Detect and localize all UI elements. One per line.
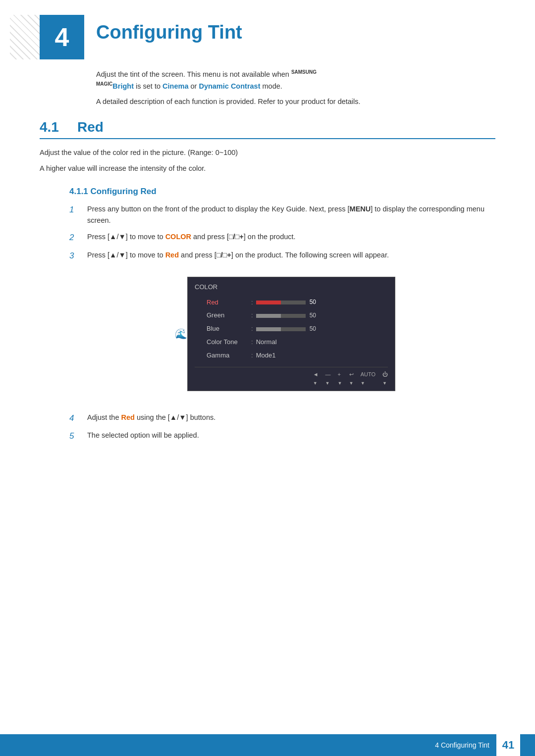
menu-label-blue: Blue [207,324,251,334]
monitor-row-colortone: Color Tone : Normal [207,336,388,349]
monitor-row-gamma: Gamma : Mode1 [207,350,388,362]
enter-key-3: □/□+ [216,251,231,259]
monitor-menu-items: Red : 50 Gr [195,297,388,362]
red-label-step3: Red [165,251,179,259]
monitor-menu-title: COLOR [195,282,388,293]
section-41-header: 4.1 Red [40,119,495,139]
chapter-intro: Adjust the tint of the screen. This menu… [96,68,495,107]
section-41-p2: A higher value will increase the intensi… [40,163,495,175]
step-4-number: 4 [69,411,83,425]
step-3-number: 3 [69,249,83,262]
section-41-body: Adjust the value of the color red in the… [40,147,495,175]
monitor-icon-power: ⏻▼ [382,370,388,388]
menu-key: MENU [350,205,371,213]
step-3: 3 Press [▲/▼] to move to Red and press [… [69,250,495,407]
monitor-icon-auto: AUTO▼ [361,370,375,388]
step-5-number: 5 [69,429,83,443]
step-4: 4 Adjust the Red using the [▲/▼] buttons… [69,412,495,425]
monitor-left-icon: 🌊 [175,326,187,342]
green-bar-bg [256,314,306,318]
chapter-header: 4 Configuring Tint [40,15,495,59]
step-2: 2 Press [▲/▼] to move to COLOR and press… [69,231,495,244]
monitor-row-blue: Blue : 50 [207,323,388,335]
step-1-number: 1 [69,203,83,216]
cinema-label: Cinema [162,82,188,90]
section-41-title: Red [77,119,104,135]
menu-label-colortone: Color Tone [207,337,251,348]
enter-key-2: □/□+ [229,233,244,241]
step-5: 5 The selected option will be applied. [69,430,495,443]
blue-bar-bg [256,327,306,331]
intro-paragraph-2: A detailed description of each function … [96,96,495,107]
red-label-step4: Red [121,413,135,421]
monitor-screenshot: COLOR Red : 50 [187,277,395,391]
monitor-row-green: Green : 50 [207,309,388,322]
menu-label-red: Red [207,298,251,308]
monitor-icon-enter: ↩▼ [349,370,354,388]
red-bar-bg [256,301,306,304]
bright-label: Bright [112,82,134,90]
subsection-411-header: 4.1.1 Configuring Red [40,187,495,197]
red-bar-fill [256,301,281,304]
gamma-value: Mode1 [256,351,276,361]
menu-label-green: Green [207,310,251,321]
step-1-content: Press any button on the front of the pro… [87,203,495,226]
step-2-number: 2 [69,231,83,244]
subsection-411-title: 4.1.1 Configuring Red [69,187,157,196]
footer-page-number: 41 [496,734,520,756]
colortone-value: Normal [256,337,277,348]
page-container: 4 Configuring Tint Adjust the tint of th… [0,0,535,487]
step-3-content: Press [▲/▼] to move to Red and press [□/… [87,250,495,407]
step-5-content: The selected option will be applied. [87,430,495,441]
chapter-title: Configuring Tint [96,15,242,43]
monitor-wrapper: 🌊 COLOR Red : [87,269,495,399]
step-2-content: Press [▲/▼] to move to COLOR and press [… [87,231,495,243]
color-label: COLOR [165,233,191,241]
chapter-number-block: 4 [40,15,84,59]
page-footer: 4 Configuring Tint 41 [0,734,535,756]
section-41-number: 4.1 [40,119,69,135]
section-41-p1: Adjust the value of the color red in the… [40,147,495,159]
blue-value: 50 [310,324,320,334]
blue-bar-fill [256,327,281,331]
monitor-icon-left: ◄▼ [313,370,319,388]
green-value: 50 [310,311,320,320]
monitor-icon-plus: +▼ [338,370,342,388]
red-value: 50 [310,298,320,307]
monitor-icon-bar: ◄▼ —▼ +▼ ↩▼ AUTO▼ ⏻▼ [195,367,388,388]
monitor-row-red: Red : 50 [207,297,388,309]
menu-label-gamma: Gamma [207,351,251,361]
step-4-content: Adjust the Red using the [▲/▼] buttons. [87,412,495,423]
steps-list: 1 Press any button on the front of the p… [69,203,495,443]
step-1: 1 Press any button on the front of the p… [69,203,495,226]
intro-paragraph-1: Adjust the tint of the screen. This menu… [96,68,495,92]
monitor-icon-minus: —▼ [325,370,331,388]
chapter-number: 4 [55,22,69,52]
dynamic-contrast-label: Dynamic Contrast [199,82,260,90]
green-bar-fill [256,314,281,318]
footer-text: 4 Configuring Tint [435,741,489,749]
